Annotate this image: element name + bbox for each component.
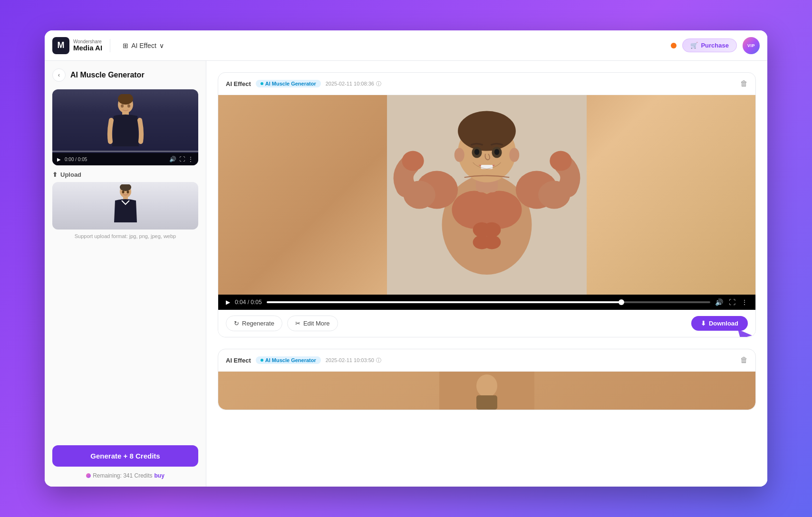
nav-ai-effect[interactable]: ⊞ AI Effect ∨ (118, 39, 169, 52)
upload-format-text: Support upload format: jpg, png, jpeg, w… (52, 233, 198, 239)
upload-person-svg (111, 184, 140, 227)
purchase-label: Purchase (701, 42, 729, 49)
svg-point-6 (127, 105, 130, 108)
result-1-badge-text: AI Muscle Generator (265, 81, 316, 86)
sidebar-video-controls: ▶ 0:00 / 0:05 🔊 ⛶ ⋮ (52, 153, 198, 165)
main-video-controls: ▶ 0:04 / 0:05 🔊 ⛶ ⋮ (218, 295, 755, 310)
download-wrapper: ⬇ Download (691, 316, 748, 331)
badge-dot-2 (261, 359, 263, 362)
svg-point-30 (509, 148, 519, 162)
svg-point-23 (402, 151, 424, 171)
sidebar-more-icon[interactable]: ⋮ (188, 156, 193, 163)
cart-icon: 🛒 (690, 42, 698, 49)
upload-icon: ⬆ (52, 171, 58, 178)
result-1-timestamp: 2025-02-11 10:08:36 ⓘ (326, 80, 381, 87)
regenerate-button[interactable]: ↻ Regenerate (226, 316, 282, 331)
badge-dot (261, 82, 263, 85)
upload-text: Upload (60, 171, 81, 178)
logo-area: M Wondershare Media AI (52, 37, 102, 54)
vip-label: VIP (747, 43, 755, 48)
edit-more-button[interactable]: ✂ Edit More (287, 316, 338, 331)
delete-result-1-button[interactable]: 🗑 (740, 79, 748, 88)
main-fullscreen-icon[interactable]: ⛶ (729, 298, 735, 306)
cursor-arrow-svg (735, 327, 754, 337)
svg-point-17 (483, 222, 501, 238)
result-2-label: AI Effect (226, 357, 251, 364)
result-1-label: AI Effect (226, 80, 251, 87)
main-video-1: ▶ 0:04 / 0:05 🔊 ⛶ ⋮ (218, 95, 755, 310)
buy-link[interactable]: buy (155, 472, 164, 479)
main-play-button[interactable]: ▶ (226, 299, 230, 306)
content-area: AI Effect AI Muscle Generator 2025-02-11… (206, 61, 767, 487)
svg-point-38 (476, 374, 497, 397)
credits-icon (86, 473, 91, 478)
delete-result-2-button[interactable]: 🗑 (740, 356, 748, 364)
result-1-time: 2025-02-11 10:08:36 (326, 81, 374, 86)
upload-preview (52, 182, 198, 230)
result-2-preview (218, 372, 755, 410)
scissors-icon: ✂ (295, 320, 300, 327)
upload-label[interactable]: ⬆ Upload (52, 171, 198, 178)
logo-text: Wondershare Media AI (73, 39, 102, 52)
download-icon: ⬇ (701, 320, 706, 327)
nav-ai-effect-label: AI Effect (131, 42, 156, 49)
sidebar-video-thumbnail[interactable]: ▶ 0:00 / 0:05 🔊 ⛶ ⋮ (52, 89, 198, 165)
svg-point-10 (122, 191, 124, 193)
sidebar-title: AI Muscle Generator (70, 71, 145, 79)
result-2-time: 2025-02-11 10:03:50 (326, 357, 374, 363)
sidebar-ctrl-icons: 🔊 ⛶ ⋮ (169, 156, 193, 163)
result-2-badge-text: AI Muscle Generator (265, 357, 316, 363)
sidebar-play-button[interactable]: ▶ (57, 157, 61, 162)
result-card-2: AI Effect AI Muscle Generator 2025-02-11… (218, 349, 756, 410)
svg-point-29 (454, 148, 464, 162)
main-ctrl-right: 🔊 ⛶ ⋮ (715, 298, 748, 306)
credits-info: Remaining: 341 Credits buy (52, 472, 198, 479)
main-volume-icon[interactable]: 🔊 (715, 298, 723, 306)
cursor-indicator (735, 327, 754, 337)
purchase-button[interactable]: 🛒 Purchase (682, 38, 737, 52)
sidebar-fullscreen-icon[interactable]: ⛶ (179, 156, 185, 163)
info-icon-2: ⓘ (376, 357, 381, 364)
main-video-time: 0:04 / 0:05 (235, 299, 262, 306)
edit-more-label: Edit More (303, 320, 330, 327)
main-more-icon[interactable]: ⋮ (741, 298, 748, 306)
svg-point-5 (121, 105, 124, 108)
result-2-timestamp: 2025-02-11 10:03:50 ⓘ (326, 357, 381, 364)
main-body: ‹ AI Muscle Generator (45, 61, 767, 487)
regenerate-label: Regenerate (242, 320, 274, 327)
main-progress-fill (267, 301, 622, 303)
sidebar-volume-icon[interactable]: 🔊 (169, 156, 176, 163)
header-right: 🛒 Purchase VIP (671, 37, 760, 54)
svg-point-34 (494, 149, 500, 155)
sidebar-video-progress (52, 151, 198, 152)
svg-point-19 (483, 235, 501, 249)
sidebar: ‹ AI Muscle Generator (45, 61, 206, 487)
chevron-down-icon: ∨ (159, 42, 164, 49)
download-label: Download (709, 320, 738, 327)
main-video-preview[interactable] (218, 95, 755, 295)
generate-label: Generate + 8 Credits (90, 452, 160, 460)
grid-icon: ⊞ (123, 42, 128, 49)
result-2-preview-svg (439, 372, 534, 410)
result-card-1: AI Effect AI Muscle Generator 2025-02-11… (218, 72, 756, 337)
svg-point-25 (550, 151, 571, 171)
action-row-1: ↻ Regenerate ✂ Edit More ⬇ Download (218, 310, 755, 337)
main-video-progress[interactable] (267, 301, 710, 303)
sidebar-header: ‹ AI Muscle Generator (52, 68, 198, 82)
logo-letter: M (58, 40, 65, 50)
svg-rect-39 (476, 395, 497, 410)
svg-marker-36 (738, 329, 752, 337)
generate-button[interactable]: Generate + 8 Credits (52, 445, 198, 467)
header-divider (110, 39, 110, 52)
result-2-badge: AI Muscle Generator (256, 356, 321, 364)
back-icon: ‹ (58, 72, 60, 78)
main-progress-dot (619, 299, 624, 305)
regenerate-icon: ↻ (234, 320, 239, 327)
back-button[interactable]: ‹ (52, 68, 66, 82)
app-window: M Wondershare Media AI ⊞ AI Effect ∨ 🛒 P… (45, 30, 767, 487)
svg-point-11 (126, 191, 129, 193)
result-1-badge: AI Muscle Generator (256, 80, 321, 87)
upload-area[interactable] (52, 182, 198, 230)
remaining-credits: Remaining: 341 Credits (93, 472, 152, 479)
result-card-2-header: AI Effect AI Muscle Generator 2025-02-11… (218, 349, 755, 372)
